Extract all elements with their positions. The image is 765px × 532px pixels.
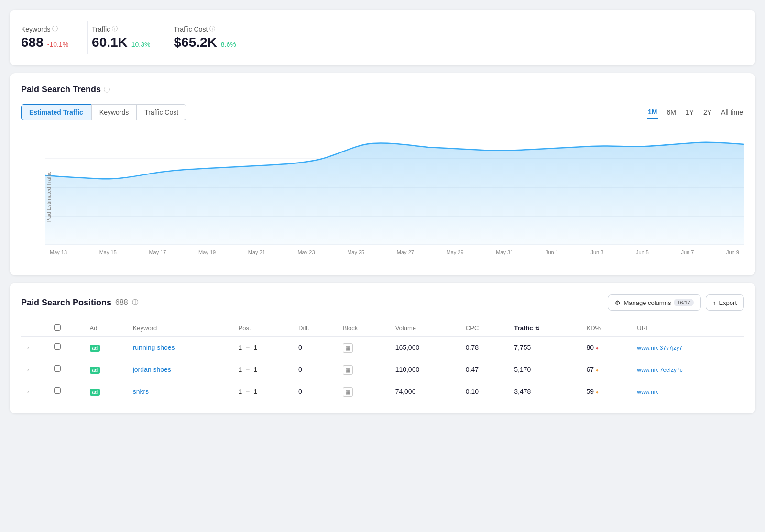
table-header: Paid Search Positions 688 ⓘ ⚙ Manage col… <box>21 294 744 311</box>
trends-title: Paid Search Trends <box>21 85 101 95</box>
col-ad: Ad <box>84 320 127 337</box>
chart-y-label: Paid Estimated Traffic <box>46 172 52 223</box>
row-pos: 1→1 <box>233 380 293 402</box>
url-text: www.nik <box>637 389 658 395</box>
trends-title-row: Paid Search Trends ⓘ <box>21 85 744 95</box>
chart-controls: Estimated Traffic Keywords Traffic Cost … <box>21 104 744 120</box>
keyword-link[interactable]: running shoes <box>133 344 175 351</box>
pos-to: 1 <box>253 388 257 395</box>
keyword-link[interactable]: jordan shoes <box>133 366 171 373</box>
block-icon: ▦ <box>343 343 353 353</box>
time-2y[interactable]: 2Y <box>702 107 712 118</box>
export-label: Export <box>719 299 737 306</box>
row-expander[interactable]: › <box>21 380 48 402</box>
pos-to: 1 <box>253 344 257 351</box>
keywords-metric: Keywords ⓘ 688 -10.1% <box>21 21 88 54</box>
keyword-link[interactable]: snkrs <box>133 388 149 395</box>
kd-dot: ● <box>596 390 599 395</box>
table-header-row: Ad Keyword Pos. Diff. Block Volume CPC T… <box>21 320 744 337</box>
traffic-cost-change: 8.6% <box>221 41 236 48</box>
row-checkbox[interactable] <box>48 358 84 380</box>
tab-keywords[interactable]: Keywords <box>91 104 137 120</box>
select-all-checkbox[interactable] <box>54 324 61 331</box>
traffic-cost-value: $65.2K <box>174 35 217 50</box>
col-traffic[interactable]: Traffic ⇅ <box>508 320 580 337</box>
x-label-11: Jun 3 <box>590 250 603 255</box>
row-select-checkbox[interactable] <box>54 387 61 394</box>
pos-from: 1 <box>239 344 242 351</box>
x-label-7: May 27 <box>397 250 414 255</box>
x-label-10: Jun 1 <box>546 250 558 255</box>
gear-icon: ⚙ <box>615 299 621 306</box>
row-cpc: 0.10 <box>460 380 509 402</box>
row-checkbox[interactable] <box>48 337 84 358</box>
export-button[interactable]: ↑ Export <box>706 294 744 311</box>
time-all[interactable]: All time <box>720 107 744 118</box>
row-keyword[interactable]: snkrs <box>127 380 233 402</box>
traffic-cost-metric: Traffic Cost ⓘ $65.2K 8.6% <box>170 21 255 54</box>
row-kd: 59 ● <box>581 380 632 402</box>
url-text: www.nik 37v7jzy7 <box>637 345 682 351</box>
ad-badge: ad <box>90 367 100 374</box>
trends-info-icon[interactable]: ⓘ <box>104 86 110 94</box>
pos-from: 1 <box>239 366 242 373</box>
manage-columns-label: Manage columns <box>623 299 671 306</box>
row-diff: 0 <box>293 358 337 380</box>
chart-svg: 60K 40K 20K 0 <box>45 130 744 245</box>
row-diff: 0 <box>293 380 337 402</box>
row-cpc: 0.47 <box>460 358 509 380</box>
traffic-cost-info-icon[interactable]: ⓘ <box>209 25 215 33</box>
row-volume: 110,000 <box>390 358 460 380</box>
row-checkbox[interactable] <box>48 380 84 402</box>
row-expander[interactable]: › <box>21 337 48 358</box>
row-ad: ad <box>84 337 127 358</box>
chart-x-labels: May 13 May 15 May 17 May 19 May 21 May 2… <box>45 250 744 255</box>
row-diff: 0 <box>293 337 337 358</box>
row-volume: 74,000 <box>390 380 460 402</box>
x-label-12: Jun 5 <box>636 250 649 255</box>
row-kd: 67 ● <box>581 358 632 380</box>
tab-traffic-cost[interactable]: Traffic Cost <box>137 104 186 120</box>
ad-badge: ad <box>90 389 100 396</box>
row-ad: ad <box>84 358 127 380</box>
row-keyword[interactable]: jordan shoes <box>127 358 233 380</box>
positions-table: Ad Keyword Pos. Diff. Block Volume CPC T… <box>21 320 744 402</box>
tab-estimated-traffic[interactable]: Estimated Traffic <box>21 104 91 120</box>
row-pos: 1→1 <box>233 337 293 358</box>
chart-area <box>45 142 744 245</box>
x-label-9: May 31 <box>496 250 513 255</box>
traffic-info-icon[interactable]: ⓘ <box>112 25 118 33</box>
row-select-checkbox[interactable] <box>54 343 61 350</box>
trends-card: Paid Search Trends ⓘ Estimated Traffic K… <box>10 73 755 275</box>
positions-count: 688 <box>115 298 128 307</box>
col-expander <box>21 320 48 337</box>
row-expander[interactable]: › <box>21 358 48 380</box>
time-1y[interactable]: 1Y <box>685 107 695 118</box>
kd-dot: ● <box>596 346 599 351</box>
url-text: www.nik 7eefzy7c <box>637 367 682 373</box>
row-traffic: 5,170 <box>508 358 580 380</box>
row-url: www.nik <box>631 380 744 402</box>
time-6m[interactable]: 6M <box>666 107 677 118</box>
time-1m[interactable]: 1M <box>647 106 658 119</box>
x-label-2: May 17 <box>149 250 166 255</box>
table-row: › ad jordan shoes 1→1 0 ▦ 110,000 0.47 5… <box>21 358 744 380</box>
traffic-value: 60.1K <box>92 35 128 50</box>
keywords-info-icon[interactable]: ⓘ <box>52 25 58 33</box>
row-block: ▦ <box>337 337 390 358</box>
pos-from: 1 <box>239 388 242 395</box>
x-label-6: May 25 <box>347 250 364 255</box>
col-diff: Diff. <box>293 320 337 337</box>
row-url: www.nik 37v7jzy7 <box>631 337 744 358</box>
keywords-value: 688 <box>21 35 44 50</box>
x-label-14: Jun 9 <box>726 250 739 255</box>
row-traffic: 7,755 <box>508 337 580 358</box>
manage-columns-button[interactable]: ⚙ Manage columns 16/17 <box>608 294 701 311</box>
traffic-change: 10.3% <box>131 41 151 48</box>
positions-info-icon[interactable]: ⓘ <box>132 298 138 307</box>
row-select-checkbox[interactable] <box>54 365 61 372</box>
row-block: ▦ <box>337 358 390 380</box>
row-keyword[interactable]: running shoes <box>127 337 233 358</box>
row-cpc: 0.78 <box>460 337 509 358</box>
row-traffic: 3,478 <box>508 380 580 402</box>
